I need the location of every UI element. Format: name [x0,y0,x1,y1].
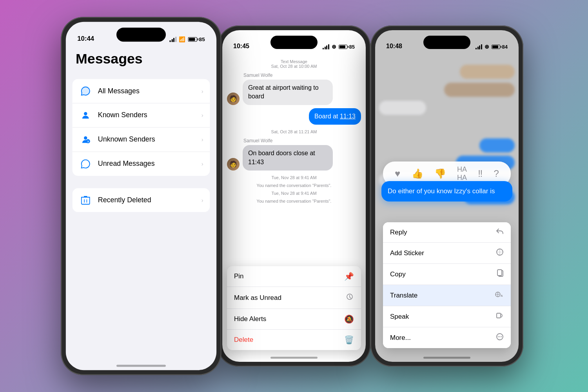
menu-item-recently-deleted[interactable]: Recently Deleted › [73,188,210,212]
all-messages-label: All Messages [98,87,201,95]
react-thumbsup[interactable]: 👍 [412,168,423,179]
pin-icon: 📌 [344,272,354,281]
react-heart[interactable]: ♥ [395,168,400,179]
ctx3-reply[interactable]: Reply [383,222,511,243]
wifi-icon-3: ⊛ [485,44,489,50]
dynamic-island-2 [270,36,318,49]
ctx-mark-unread-label: Mark as Unread [234,294,281,302]
unknown-senders-icon: ? [79,133,92,146]
recently-deleted-section: Recently Deleted › [73,188,210,212]
ctx-delete-label: Delete [234,336,253,344]
menu-list: All Messages › Known Senders › [73,79,210,176]
ctx3-translate[interactable]: Translate A [383,285,511,306]
menu-item-known-senders[interactable]: Known Senders › [73,103,210,128]
unknown-senders-label: Unknown Senders [98,136,201,144]
all-messages-icon [79,84,92,98]
chat-bubble-preview[interactable]: Do either of you know Izzy's collar is [381,181,512,201]
system-msg-4: You named the conversation "Parents". [227,199,361,203]
time-3: 10:48 [386,43,402,50]
chat-bubble-text: Do either of you know Izzy's collar is [388,187,495,195]
battery-1: 85 [188,36,205,43]
ctx-hide-alerts[interactable]: Hide Alerts 🔕 [227,309,361,330]
phone-3: 10:48 ⊛ 84 [370,25,523,367]
known-senders-icon [79,109,92,122]
unread-messages-icon [79,157,92,171]
menu-item-unread-messages[interactable]: Unread Messages › [73,152,210,176]
react-haha[interactable]: HAHA [457,165,467,182]
chevron-unread-messages: › [201,161,203,167]
svg-point-0 [84,112,87,115]
phone-1-screen: 10:44 📶 85 Messages [66,22,216,370]
svg-point-15 [498,336,499,337]
status-icons-3: ⊛ 84 [475,44,508,50]
phone-2: 10:45 ⊛ 85 Text MessageSat, Oct 28 at [218,25,370,367]
system-msg-2: You named the conversation "Parents". [227,183,361,188]
signal-icon-1 [169,37,176,42]
context-menu-phone2: Pin 📌 Mark as Unread Hide Alerts 🔕 Delet… [227,266,361,350]
phone-1: 10:44 📶 85 Messages [61,17,221,375]
ctx-delete[interactable]: Delete 🗑️ [227,330,361,350]
dynamic-island-3 [423,36,470,49]
svg-rect-13 [497,313,501,318]
bubble-2[interactable]: Board at 11:13 [309,108,361,125]
timestamp-2: Sat, Oct 28 at 11:21 AM [227,129,361,134]
ctx3-speak-label: Speak [390,313,409,321]
svg-point-16 [499,336,500,337]
delete-icon: 🗑️ [344,335,354,345]
avatar-samuel: 🧑 [227,93,240,105]
chevron-recently-deleted: › [201,197,203,203]
phone-2-screen: 10:45 ⊛ 85 Text MessageSat, Oct 28 at [222,30,366,362]
signal-icon-3 [475,44,482,49]
chevron-known-senders: › [201,112,203,119]
svg-rect-4 [82,197,90,204]
ctx3-more[interactable]: More... [383,327,511,348]
ctx-hide-alerts-label: Hide Alerts [234,315,266,323]
reply-icon [496,228,504,237]
battery-3: 84 [492,44,508,50]
sender-1: Samuel Wolfe [243,73,361,78]
svg-text:A: A [501,294,503,298]
avatar-samuel-2: 🧑 [227,158,240,171]
ctx3-reply-label: Reply [390,229,407,236]
trash-icon [79,194,92,207]
system-msg-3: Tue, Nov 28 at 9:41 AM [227,191,361,196]
react-exclaim[interactable]: ‼ [478,168,483,179]
home-indicator-1 [116,365,166,367]
menu-item-unknown-senders[interactable]: ? Unknown Senders › [73,128,210,152]
ctx3-more-label: More... [390,334,411,342]
ctx-pin[interactable]: Pin 📌 [227,266,361,287]
svg-point-1 [84,136,87,140]
home-indicator-2 [270,357,318,359]
ctx-mark-unread[interactable]: Mark as Unread [227,287,361,309]
react-question[interactable]: ? [494,168,499,179]
mark-unread-icon [345,292,354,303]
ctx3-translate-label: Translate [390,292,417,299]
menu-item-all-messages[interactable]: All Messages › [73,79,210,103]
hide-alerts-icon: 🔕 [344,314,354,324]
bubble-3[interactable]: On board doors close at 11:43 [243,145,333,171]
msg-row-2: Board at 11:13 [227,108,361,125]
bubble-1[interactable]: Great at airport waiting to board [243,80,333,105]
svg-point-17 [501,336,502,337]
ctx3-copy[interactable]: Copy [383,264,511,285]
msg-row-3: 🧑 On board doors close at 11:43 [227,145,361,171]
status-icons-1: 📶 85 [169,36,205,43]
ctx-pin-label: Pin [234,272,244,280]
dynamic-island-1 [116,28,166,42]
react-thumbsdown[interactable]: 👎 [434,168,446,179]
messages-title: Messages [76,51,207,67]
timestamp-1: Text MessageSat, Oct 28 at 10:00 AM [227,59,361,69]
context-menu-phone3: Reply Add Sticker Copy [383,222,511,348]
translate-icon: A [495,290,504,300]
recently-deleted-label: Recently Deleted [98,196,201,204]
battery-2: 85 [339,44,355,50]
chevron-all-messages: › [201,88,203,94]
phone-3-screen: 10:48 ⊛ 84 [375,30,519,362]
ctx3-speak[interactable]: Speak [383,306,511,327]
system-msg-1: Tue, Nov 28 at 9:41 AM [227,175,361,180]
home-indicator-3 [423,357,470,359]
sender-2: Samuel Wolfe [243,138,361,143]
time-2: 10:45 [233,43,249,50]
svg-text:?: ? [87,140,89,144]
ctx3-add-sticker[interactable]: Add Sticker [383,243,511,264]
